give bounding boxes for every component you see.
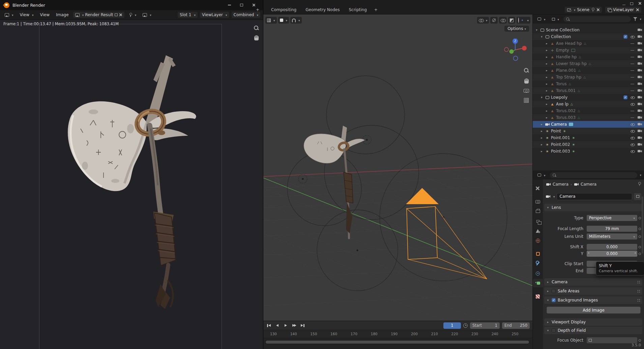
viewport-display-panel-header[interactable]: ▸Viewport Display [544,318,642,326]
shading-dropdown-icon[interactable] [526,18,529,23]
outliner-row[interactable]: ▾Collection [533,33,644,40]
display-mode-button[interactable] [550,16,561,22]
add-workspace-button[interactable]: + [253,6,262,14]
disclosure-icon[interactable]: ▾ [540,35,544,38]
light-icon[interactable]: ☀ [545,136,550,140]
image-pin-button[interactable] [127,12,139,18]
tab-view-layer[interactable] [533,217,542,225]
disable-render-icon[interactable] [638,55,642,59]
outliner-row[interactable]: ▸Camera [533,121,644,128]
outliner-row[interactable]: ▸▲Lower Strap hp△ [533,60,644,67]
mesh-data-icon[interactable]: △ [570,102,573,106]
frame-end-field[interactable]: End250 [502,322,530,329]
mesh-data-icon[interactable]: △ [584,42,586,45]
disable-render-icon[interactable] [638,129,642,133]
jump-to-start-button[interactable] [265,322,273,329]
hide-viewport-icon[interactable] [631,96,635,99]
render-layer-dropdown[interactable]: ViewLayer [200,12,229,18]
image-data-icon[interactable] [571,49,575,52]
pan-tool-icon[interactable] [524,78,529,84]
mesh-icon[interactable]: ▲ [550,55,555,59]
disable-render-icon[interactable] [638,123,642,126]
outliner-row[interactable]: ▸☀Point.001☀ [533,134,644,141]
light-data-icon[interactable]: ☀ [572,150,575,153]
unlink-scene-icon[interactable] [596,8,599,11]
editor-type-button[interactable] [265,17,277,24]
disclosure-icon[interactable]: ▸ [545,55,549,59]
tab-modifiers[interactable] [533,259,542,268]
add-image-button[interactable]: Add Image [547,307,641,314]
render-slot-dropdown[interactable]: Slot 1 [178,12,198,18]
shift-x-field[interactable]: 0.000 [587,244,637,250]
outliner-row[interactable]: ▸▲Handle hp△ [533,54,644,60]
tab-object[interactable] [533,250,542,258]
hide-viewport-icon[interactable] [631,42,635,45]
disable-render-icon[interactable] [638,150,642,153]
outliner-row[interactable]: ▸▲Torus.003△ [533,114,644,121]
mesh-icon[interactable]: ▲ [550,42,555,45]
disclosure-icon[interactable]: ▸ [545,62,549,65]
disable-render-icon[interactable] [638,49,642,52]
camera-data-icon[interactable] [569,123,573,126]
outliner-row[interactable]: ▸▲Plane.001△ [533,67,644,74]
playback-sync-icon[interactable] [463,323,468,328]
mesh-icon[interactable]: ▲ [550,102,555,106]
lens-panel-header[interactable]: ▾Lens [544,204,642,211]
hide-viewport-icon[interactable] [631,136,635,140]
toggle-ortho-icon[interactable] [524,98,529,103]
outliner-row[interactable]: ▸▲Torus△ [533,81,644,87]
decrement-arrow-icon[interactable]: ‹ [588,251,589,255]
mesh-data-icon[interactable]: △ [568,82,571,86]
background-images-checkbox[interactable] [552,298,556,302]
scene-icon[interactable] [540,29,545,32]
zoom-tool-icon[interactable] [254,25,259,31]
tab-compositing[interactable]: Compositing [267,6,301,14]
tab-object-data[interactable] [533,279,543,287]
outliner-row[interactable]: ▸☀Point☀ [533,128,644,134]
type-dropdown[interactable]: Perspective [587,215,637,221]
pan-tool-icon[interactable] [254,35,259,40]
hide-viewport-icon[interactable] [631,35,635,39]
disable-render-icon[interactable] [638,69,642,72]
image-datablock-selector[interactable]: Render Result [73,12,124,18]
outliner-row[interactable]: ▾Lowpoly [533,94,644,101]
hide-viewport-icon[interactable] [631,102,635,106]
hide-viewport-icon[interactable] [631,129,635,133]
timeline-scrollbar[interactable] [265,340,530,344]
outliner-row[interactable]: ▸☀Point.002☀ [533,141,644,148]
new-image-icon[interactable] [115,13,118,16]
drag-grip-icon[interactable] [638,281,639,282]
mesh-data-icon[interactable]: △ [583,75,586,79]
outliner-row[interactable]: ▸▲Torus.002△ [533,107,644,114]
disclosure-icon[interactable]: ▸ [545,75,549,79]
render-window-titlebar[interactable]: Blender Render [0,0,263,10]
light-icon[interactable]: ☀ [545,129,550,133]
shading-wireframe-icon[interactable] [518,18,519,23]
next-keyframe-button[interactable] [290,322,298,329]
tab-physics[interactable] [533,269,542,278]
unlink-image-icon[interactable] [119,13,122,17]
mesh-icon[interactable]: ▲ [550,75,555,79]
disable-render-icon[interactable] [638,102,642,106]
hide-viewport-icon[interactable] [631,150,635,153]
focus-object-field[interactable] [587,337,637,343]
hide-viewport-icon[interactable] [631,62,635,66]
tab-output[interactable] [533,207,542,216]
mesh-data-icon[interactable]: △ [578,116,580,119]
editor-mode-dropdown[interactable]: View [18,12,36,18]
collection-checkbox[interactable] [623,95,627,99]
snapping-button[interactable] [290,17,302,24]
options-button[interactable]: Options [504,26,529,32]
light-data-icon[interactable]: ☀ [572,143,575,147]
mesh-data-icon[interactable]: △ [579,55,581,59]
play-reverse-button[interactable] [273,322,281,329]
disclosure-icon[interactable]: ▸ [540,143,544,146]
hide-viewport-icon[interactable] [631,55,635,59]
editor-type-button[interactable] [535,172,548,178]
properties-scrollbar[interactable] [642,196,643,254]
disable-render-icon[interactable] [638,82,642,86]
disable-render-icon[interactable] [638,116,642,119]
properties-options-icon[interactable]: ▾ [640,173,641,177]
disclosure-icon[interactable]: ▸ [545,42,549,45]
disable-render-icon[interactable] [638,28,642,32]
